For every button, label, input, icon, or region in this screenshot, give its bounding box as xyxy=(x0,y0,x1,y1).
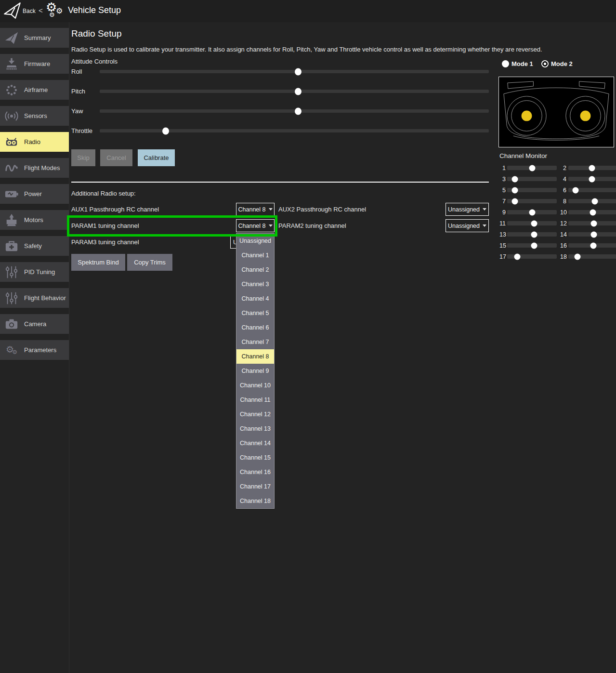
sidebar-item-flight-behavior[interactable]: Flight Behavior xyxy=(0,288,69,308)
sidebar-item-camera[interactable]: Camera xyxy=(0,314,69,334)
channel-monitor-track xyxy=(507,232,557,237)
sidebar-item-sensors[interactable]: Sensors xyxy=(0,106,69,126)
dropdown-option-channel-13[interactable]: Channel 13 xyxy=(236,422,274,436)
slider-track[interactable] xyxy=(100,90,489,93)
channel-monitor-dot xyxy=(514,253,520,260)
param1-label: PARAM1 tuning channel xyxy=(71,219,139,232)
channel-monitor-row: 1314 xyxy=(499,229,616,240)
channel-monitor-dot xyxy=(592,198,598,204)
slider-track[interactable] xyxy=(100,70,489,73)
channel-monitor-track xyxy=(568,177,616,181)
chevron-down-icon xyxy=(269,224,273,227)
sidebar-item-power[interactable]: Power xyxy=(0,184,69,204)
mode-label: Mode 2 xyxy=(551,60,573,67)
sidebar-item-pid-tuning[interactable]: PID Tuning xyxy=(0,262,69,282)
dropdown-value: Unassigned xyxy=(448,206,480,213)
aux2-channel-dropdown[interactable]: Unassigned xyxy=(446,203,489,216)
slider-thumb[interactable] xyxy=(295,68,301,75)
dropdown-option-channel-4[interactable]: Channel 4 xyxy=(236,291,274,306)
aux1-channel-dropdown[interactable]: Channel 8 xyxy=(236,203,275,216)
sidebar-item-parameters[interactable]: ⚙⚙Parameters xyxy=(0,340,69,360)
sidebar-item-label: Power xyxy=(24,190,42,198)
slider-thumb[interactable] xyxy=(162,127,169,134)
firmware-download-icon xyxy=(3,57,20,71)
battery-icon xyxy=(3,187,20,201)
slider-thumb[interactable] xyxy=(295,88,301,95)
channel-monitor-dot xyxy=(591,220,597,226)
sidebar-item-label: Parameters xyxy=(24,346,56,354)
attitude-sliders: RollPitchYawThrottle xyxy=(71,62,489,141)
slider-label: Throttle xyxy=(71,127,100,134)
dropdown-option-unassigned[interactable]: Unassigned xyxy=(236,234,274,248)
slider-label: Roll xyxy=(71,68,100,75)
dropdown-option-channel-2[interactable]: Channel 2 xyxy=(236,263,274,277)
dropdown-option-channel-7[interactable]: Channel 7 xyxy=(236,335,274,349)
dropdown-option-channel-10[interactable]: Channel 10 xyxy=(236,378,274,393)
dropdown-option-channel-3[interactable]: Channel 3 xyxy=(236,277,274,291)
channel-monitor-track xyxy=(568,254,616,259)
dropdown-option-channel-8[interactable]: Channel 8 xyxy=(236,349,274,364)
channel-number: 5 xyxy=(499,187,506,194)
dropdown-value: Channel 8 xyxy=(238,223,266,229)
cancel-button[interactable]: Cancel xyxy=(100,149,132,166)
section-description: Radio Setup is used to calibrate your tr… xyxy=(71,46,542,53)
param2-channel-dropdown[interactable]: Unassigned xyxy=(446,219,489,232)
channel-monitor-track xyxy=(568,210,616,214)
channel-monitor-row: 56 xyxy=(499,185,616,196)
dropdown-option-channel-14[interactable]: Channel 14 xyxy=(236,436,274,450)
gears-icon: ⚙⚙ xyxy=(3,345,20,355)
attitude-slider-row-throttle: Throttle xyxy=(71,121,489,141)
channel-number: 8 xyxy=(560,198,566,205)
sidebar-item-label: Camera xyxy=(24,320,46,328)
sidebar-item-label: Safety xyxy=(24,242,42,250)
mode-1-option[interactable]: Mode 1 xyxy=(502,60,533,67)
param1-channel-dropdown[interactable]: Channel 8 xyxy=(236,219,275,232)
sidebar-item-motors[interactable]: Motors xyxy=(0,210,69,230)
sidebar-item-airframe[interactable]: Airframe xyxy=(0,80,69,100)
dropdown-option-channel-15[interactable]: Channel 15 xyxy=(236,450,274,465)
dropdown-option-channel-6[interactable]: Channel 6 xyxy=(236,320,274,335)
channel-monitor-dot xyxy=(590,242,597,249)
dropdown-value: Channel 8 xyxy=(238,206,266,213)
dropdown-option-channel-16[interactable]: Channel 16 xyxy=(236,465,274,479)
channel-monitor-track xyxy=(507,166,557,170)
dropdown-option-channel-11[interactable]: Channel 11 xyxy=(236,393,274,407)
channel-monitor-track xyxy=(568,199,616,203)
dropdown-option-channel-17[interactable]: Channel 17 xyxy=(236,479,274,494)
radio-button-icon xyxy=(541,60,549,67)
sidebar-item-label: Sensors xyxy=(24,112,47,119)
channel-monitor-dot xyxy=(531,220,537,226)
dropdown-option-channel-18[interactable]: Channel 18 xyxy=(236,494,274,508)
dropdown-option-channel-12[interactable]: Channel 12 xyxy=(236,407,274,422)
sidebar-item-summary[interactable]: Summary xyxy=(0,28,69,48)
spektrum-bind-button[interactable]: Spektrum Bind xyxy=(71,254,125,271)
sidebar-item-radio[interactable]: Radio xyxy=(0,132,69,152)
dropdown-option-channel-1[interactable]: Channel 1 xyxy=(236,248,274,263)
slider-thumb[interactable] xyxy=(295,107,301,115)
back-button[interactable]: Back xyxy=(23,8,36,14)
skip-button[interactable]: Skip xyxy=(71,149,95,166)
channel-monitor-track xyxy=(507,210,557,214)
attitude-slider-row-roll: Roll xyxy=(71,62,489,81)
channel-number: 15 xyxy=(499,242,506,249)
chevron-down-icon xyxy=(269,208,273,211)
channel-monitor-dot xyxy=(529,209,535,215)
channel-monitor-dot xyxy=(531,231,537,238)
channel-monitor-dot xyxy=(512,176,518,182)
right-stick-dot xyxy=(580,111,591,121)
param2-label: PARAM2 tuning channel xyxy=(278,219,346,232)
sidebar-item-safety[interactable]: Safety xyxy=(0,236,69,256)
dropdown-option-channel-5[interactable]: Channel 5 xyxy=(236,306,274,320)
sidebar-item-label: Flight Modes xyxy=(24,164,60,172)
mode-2-option[interactable]: Mode 2 xyxy=(541,60,573,67)
slider-track[interactable] xyxy=(100,109,489,113)
channel-monitor-dot xyxy=(531,242,537,249)
slider-track[interactable] xyxy=(100,129,489,132)
channel-monitor-dot xyxy=(529,165,535,171)
channel-monitor-dot xyxy=(512,198,518,204)
sidebar-item-firmware[interactable]: Firmware xyxy=(0,54,69,74)
calibrate-button[interactable]: Calibrate xyxy=(138,149,175,166)
sidebar-item-flight-modes[interactable]: Flight Modes xyxy=(0,158,69,178)
dropdown-option-channel-9[interactable]: Channel 9 xyxy=(236,364,274,378)
copy-trims-button[interactable]: Copy Trims xyxy=(127,254,172,271)
